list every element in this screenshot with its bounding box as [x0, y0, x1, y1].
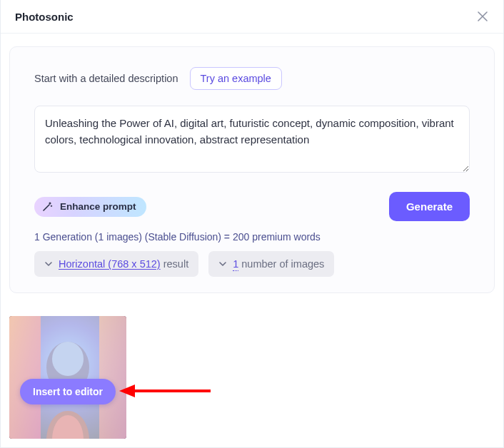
magic-wand-icon — [41, 201, 53, 213]
try-example-button[interactable]: Try an example — [190, 67, 282, 90]
count-option-suffix: number of images — [238, 258, 324, 270]
size-option-text: Horizontal (768 x 512) result — [59, 258, 188, 270]
thumbnail-overlay — [9, 316, 126, 439]
insert-to-editor-button[interactable]: Insert to editor — [20, 379, 116, 404]
generator-card: Start with a detailed description Try an… — [9, 46, 495, 293]
enhance-prompt-label: Enhance prompt — [60, 201, 136, 212]
generated-image-thumbnail[interactable] — [9, 316, 126, 439]
enhance-prompt-button[interactable]: Enhance prompt — [34, 197, 146, 217]
photosonic-panel: Photosonic Start with a detailed descrip… — [0, 0, 504, 448]
prompt-input[interactable] — [34, 106, 470, 173]
generate-button[interactable]: Generate — [389, 192, 470, 221]
size-option-dropdown[interactable]: Horizontal (768 x 512) result — [34, 251, 198, 277]
annotation-arrow — [119, 380, 212, 402]
generation-info: 1 Generation (1 images) (Stable Diffusio… — [34, 231, 470, 243]
chevron-down-icon — [44, 260, 53, 268]
panel-title: Photosonic — [15, 11, 74, 23]
result-thumbnail-area: Insert to editor — [9, 316, 126, 439]
description-row: Start with a detailed description Try an… — [34, 67, 470, 90]
options-row: Horizontal (768 x 512) result 1 number o… — [34, 251, 470, 277]
chevron-down-icon — [218, 260, 227, 268]
description-label: Start with a detailed description — [34, 73, 178, 84]
close-button[interactable] — [476, 10, 489, 23]
actions-row: Enhance prompt Generate — [34, 192, 470, 221]
count-option-dropdown[interactable]: 1 number of images — [208, 251, 334, 277]
close-icon — [478, 11, 488, 21]
size-option-suffix: result — [161, 258, 189, 270]
count-option-text: 1 number of images — [233, 258, 324, 270]
size-option-value: Horizontal (768 x 512) — [59, 258, 161, 270]
panel-header: Photosonic — [1, 0, 503, 34]
